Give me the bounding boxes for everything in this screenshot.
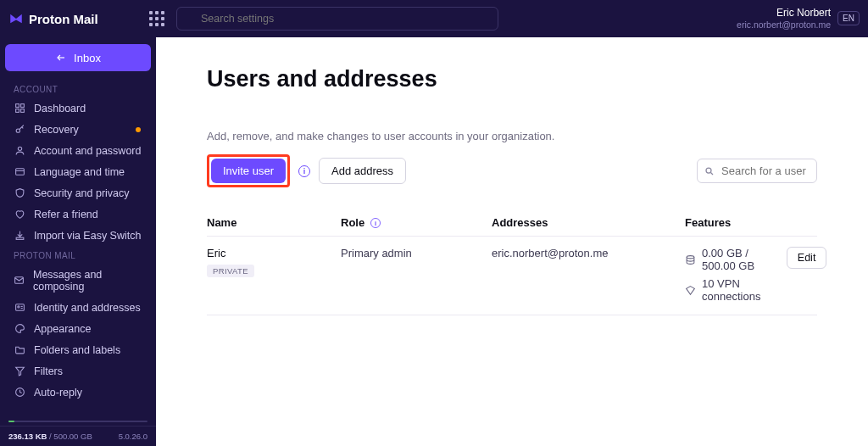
sidebar-item-import-easy-switch[interactable]: Import via Easy Switch <box>0 225 156 246</box>
brand-name: Proton Mail <box>29 12 98 26</box>
sidebar-item-label: Auto-reply <box>34 387 82 399</box>
key-icon <box>14 124 25 135</box>
back-to-inbox-button[interactable]: Inbox <box>5 44 151 71</box>
proton-logo-icon <box>8 11 24 26</box>
col-addresses: Addresses <box>492 216 678 229</box>
svg-rect-3 <box>15 104 19 108</box>
topbar-right: Eric Norbert eric.norbert@proton.me EN <box>737 8 860 30</box>
apps-switcher-icon[interactable] <box>149 11 164 26</box>
grid-icon <box>14 103 25 114</box>
sidebar-item-identity-addresses[interactable]: Identity and addresses <box>0 297 156 318</box>
svg-rect-13 <box>15 304 24 311</box>
sidebar-item-label: Messages and composing <box>33 269 142 293</box>
row-user-name: Eric <box>207 247 334 259</box>
table-row: Eric PRIVATE Primary admin eric.norbert@… <box>207 237 817 315</box>
topbar: Proton Mail Eric Norbert eric.norbert@pr… <box>0 0 868 37</box>
sidebar-item-label: Account and password <box>34 145 141 157</box>
app-version: 5.0.26.0 <box>119 432 147 441</box>
envelope-icon <box>14 275 25 286</box>
svg-rect-11 <box>16 237 24 239</box>
svg-rect-6 <box>20 109 24 113</box>
col-role: Role <box>341 216 364 229</box>
sidebar-item-label: Folders and labels <box>34 344 120 356</box>
section-mail-label: PROTON MAIL <box>0 246 156 264</box>
search-users-input[interactable] <box>697 159 817 183</box>
svg-rect-9 <box>15 169 24 176</box>
edit-user-button[interactable]: Edit <box>787 247 827 269</box>
users-table: Name Role i Addresses Features Eric PRIV… <box>207 209 817 315</box>
col-name: Name <box>207 216 334 229</box>
sidebar-item-label: Security and privacy <box>34 187 130 199</box>
svg-point-21 <box>687 255 694 258</box>
info-icon[interactable]: i <box>370 218 381 228</box>
sidebar-item-folders-labels[interactable]: Folders and labels <box>0 339 156 360</box>
sidebar-item-label: Filters <box>34 365 63 377</box>
highlight-invite-user: Invite user <box>207 154 290 187</box>
storage-bar <box>8 421 147 422</box>
page-description: Add, remove, and make changes to user ac… <box>207 130 817 142</box>
sidebar-item-label: Refer a friend <box>34 209 98 220</box>
user-email: eric.norbert@proton.me <box>737 20 831 30</box>
table-header: Name Role i Addresses Features <box>207 209 817 237</box>
storage-bar-fill <box>8 421 14 422</box>
invite-user-button[interactable]: Invite user <box>211 159 286 183</box>
row-storage: 0.00 GB / 500.00 GB <box>702 247 760 272</box>
sidebar-item-label: Dashboard <box>34 103 86 114</box>
section-account-label: ACCOUNT <box>0 80 156 98</box>
search-settings-wrap <box>176 7 498 31</box>
user-menu[interactable]: Eric Norbert eric.norbert@proton.me <box>737 8 831 30</box>
storage-total: 500.00 GB <box>53 432 92 441</box>
svg-point-7 <box>16 129 19 132</box>
private-badge: PRIVATE <box>207 265 254 277</box>
svg-point-8 <box>18 147 21 150</box>
storage-used: 236.13 KB <box>8 432 47 441</box>
sidebar-item-account-password[interactable]: Account and password <box>0 140 156 161</box>
filter-icon <box>14 365 25 376</box>
sidebar-item-filters[interactable]: Filters <box>0 360 156 382</box>
page-title: Users and addresses <box>207 66 817 92</box>
sidebar-item-recovery[interactable]: Recovery <box>0 119 156 140</box>
sidebar-item-label: Identity and addresses <box>34 302 141 314</box>
sidebar-item-appearance[interactable]: Appearance <box>0 318 156 339</box>
sidebar-item-label: Language and time <box>34 166 125 178</box>
import-icon <box>14 230 25 241</box>
language-switch[interactable]: EN <box>837 11 860 25</box>
svg-rect-5 <box>15 109 19 113</box>
brand[interactable]: Proton Mail <box>8 11 141 26</box>
sidebar: Inbox ACCOUNT Dashboard Recovery <box>0 37 156 446</box>
info-icon[interactable]: i <box>298 165 310 177</box>
notification-dot-icon <box>136 127 141 132</box>
id-card-icon <box>14 302 25 313</box>
language-icon <box>14 166 25 177</box>
action-row: Invite user i Add address <box>207 154 817 187</box>
user-icon <box>14 145 25 156</box>
svg-rect-4 <box>20 104 24 108</box>
storage-icon <box>685 254 696 265</box>
folder-icon <box>14 344 25 355</box>
sidebar-item-label: Appearance <box>34 323 91 335</box>
heart-icon <box>14 209 25 220</box>
sidebar-item-dashboard[interactable]: Dashboard <box>0 98 156 119</box>
sidebar-footer: 236.13 KB / 500.00 GB 5.0.26.0 <box>0 426 156 446</box>
row-address: eric.norbert@proton.me <box>492 247 678 259</box>
sidebar-item-language-time[interactable]: Language and time <box>0 161 156 182</box>
clock-icon <box>14 387 25 398</box>
main-content: Users and addresses Add, remove, and mak… <box>156 37 868 446</box>
sidebar-item-label: Recovery <box>34 124 79 136</box>
sidebar-item-security-privacy[interactable]: Security and privacy <box>0 182 156 203</box>
shield-icon <box>14 187 25 198</box>
add-address-button[interactable]: Add address <box>319 158 406 184</box>
vpn-icon <box>685 285 696 296</box>
row-vpn: 10 VPN connections <box>702 277 760 303</box>
col-features: Features <box>685 216 751 229</box>
sidebar-item-label: Import via Easy Switch <box>34 230 141 242</box>
svg-marker-22 <box>687 286 695 294</box>
user-name: Eric Norbert <box>737 8 831 20</box>
row-role: Primary admin <box>341 247 485 259</box>
paint-icon <box>14 323 25 334</box>
sidebar-item-messages-composing[interactable]: Messages and composing <box>0 264 156 297</box>
inbox-label: Inbox <box>74 52 101 64</box>
sidebar-item-refer-friend[interactable]: Refer a friend <box>0 203 156 225</box>
search-settings-input[interactable] <box>176 7 498 31</box>
sidebar-item-auto-reply[interactable]: Auto-reply <box>0 382 156 403</box>
